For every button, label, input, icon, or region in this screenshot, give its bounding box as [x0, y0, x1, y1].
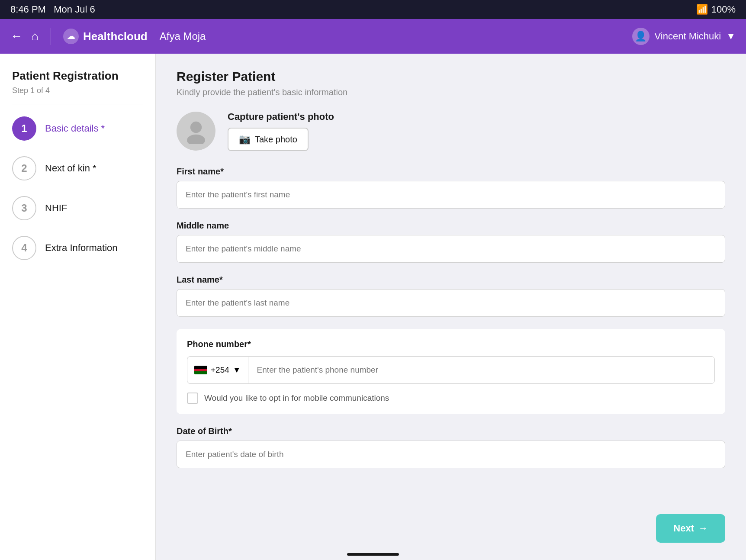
brand-name: Healthcloud: [83, 30, 148, 43]
sidebar-label-next-of-kin: Next of kin *: [45, 163, 96, 174]
sidebar-item-extra-info[interactable]: 4 Extra Information: [12, 236, 143, 260]
step-circle-2: 2: [12, 156, 36, 180]
patient-avatar: [177, 112, 215, 151]
next-label: Next: [673, 523, 694, 534]
kenya-flag: [194, 366, 207, 374]
country-dropdown-icon: ▼: [233, 365, 241, 375]
dob-group: Date of Birth*: [177, 426, 725, 468]
nav-subtitle: Afya Moja: [160, 30, 206, 42]
take-photo-button[interactable]: 📷 Take photo: [228, 128, 309, 151]
last-name-group: Last name*: [177, 275, 725, 317]
country-code: +254: [211, 365, 229, 375]
main-layout: Patient Registration Step 1 of 4 1 Basic…: [0, 54, 746, 560]
phone-input-row: +254 ▼: [187, 356, 715, 384]
navbar: ← ⌂ ☁ Healthcloud Afya Moja 👤 Vincent Mi…: [0, 19, 746, 54]
next-button[interactable]: Next →: [656, 514, 725, 543]
middle-name-group: Middle name: [177, 221, 725, 263]
opt-in-checkbox[interactable]: [187, 393, 198, 404]
phone-section: Phone number* +254 ▼ Would you like to o…: [177, 329, 725, 414]
home-button[interactable]: ⌂: [31, 29, 39, 43]
step-circle-3: 3: [12, 196, 36, 220]
take-photo-label: Take photo: [255, 135, 297, 145]
wifi-icon: 📶: [696, 4, 708, 15]
user-name: Vincent Michuki: [655, 31, 721, 42]
dob-label: Date of Birth*: [177, 426, 725, 436]
phone-number-input[interactable]: [248, 356, 715, 384]
nav-divider: [51, 28, 51, 45]
sidebar-divider: [12, 104, 143, 104]
arrow-right-icon: →: [698, 523, 708, 534]
middle-name-label: Middle name: [177, 221, 725, 231]
sidebar-item-basic-details[interactable]: 1 Basic details *: [12, 116, 143, 141]
svg-point-1: [187, 135, 205, 144]
sidebar: Patient Registration Step 1 of 4 1 Basic…: [0, 54, 156, 560]
status-time: 8:46 PM Mon Jul 6: [10, 4, 95, 15]
sidebar-label-basic-details: Basic details *: [45, 123, 105, 134]
first-name-input[interactable]: [177, 181, 725, 209]
opt-in-row: Would you like to opt in for mobile comm…: [187, 393, 715, 404]
page-title: Register Patient: [177, 69, 725, 84]
first-name-label: First name*: [177, 167, 725, 177]
step-circle-1: 1: [12, 116, 36, 141]
sidebar-subtitle: Step 1 of 4: [12, 86, 143, 95]
sidebar-label-nhif: NHIF: [45, 203, 67, 214]
brand-icon: ☁: [63, 29, 79, 44]
svg-point-0: [190, 122, 202, 133]
user-menu[interactable]: 👤 Vincent Michuki ▼: [632, 28, 736, 45]
photo-section: Capture patient's photo 📷 Take photo: [177, 111, 725, 151]
dob-input-container: [177, 441, 725, 468]
opt-in-label: Would you like to opt in for mobile comm…: [204, 393, 389, 403]
back-button[interactable]: ←: [10, 29, 23, 43]
home-indicator: [347, 553, 399, 556]
battery-indicator: 100%: [711, 4, 736, 15]
brand: ☁ Healthcloud: [63, 29, 148, 44]
last-name-input[interactable]: [177, 289, 725, 317]
sidebar-title: Patient Registration: [12, 69, 143, 83]
content-area: Register Patient Kindly provide the pati…: [156, 54, 746, 560]
step-circle-4: 4: [12, 236, 36, 260]
status-indicators: 📶 100%: [696, 4, 736, 15]
camera-icon: 📷: [239, 134, 251, 145]
sidebar-label-extra-info: Extra Information: [45, 242, 118, 254]
photo-info: Capture patient's photo 📷 Take photo: [228, 111, 334, 151]
photo-label: Capture patient's photo: [228, 111, 334, 122]
chevron-down-icon: ▼: [726, 31, 736, 42]
status-bar: 8:46 PM Mon Jul 6 📶 100%: [0, 0, 746, 19]
middle-name-input[interactable]: [177, 235, 725, 263]
country-selector[interactable]: +254 ▼: [187, 356, 248, 384]
user-avatar: 👤: [632, 28, 650, 45]
sidebar-item-nhif[interactable]: 3 NHIF: [12, 196, 143, 220]
first-name-group: First name*: [177, 167, 725, 209]
sidebar-item-next-of-kin[interactable]: 2 Next of kin *: [12, 156, 143, 180]
phone-label: Phone number*: [187, 339, 715, 349]
page-subtitle: Kindly provide the patient's basic infor…: [177, 87, 725, 97]
avatar-icon: [183, 118, 209, 144]
dob-input[interactable]: [177, 441, 725, 468]
last-name-label: Last name*: [177, 275, 725, 285]
